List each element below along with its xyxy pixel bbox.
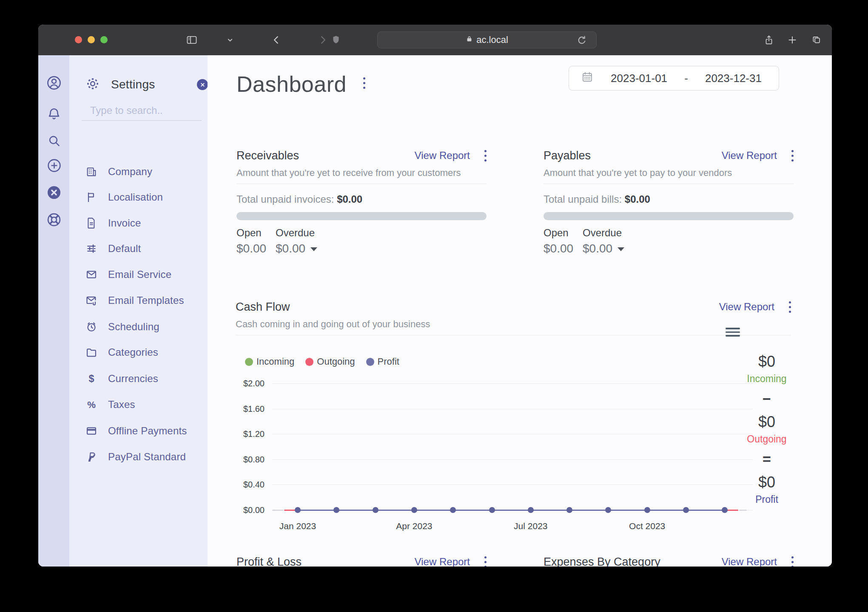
refresh-icon[interactable]: [576, 34, 588, 46]
receivables-kebab-menu[interactable]: [484, 150, 487, 162]
date-separator: -: [684, 72, 688, 85]
settings-item-email-service[interactable]: Email Service: [69, 264, 208, 285]
x-axis-tick-label: Jan 2023: [279, 521, 316, 531]
profit-loss-kebab-menu[interactable]: [484, 556, 487, 567]
settings-item-label: Default: [108, 243, 141, 255]
close-settings-button[interactable]: [197, 79, 208, 90]
chart-menu-icon[interactable]: [726, 324, 740, 340]
cashflow-view-report-link[interactable]: View Report: [719, 301, 774, 313]
settings-item-offline-payments[interactable]: Offline Payments: [69, 420, 208, 442]
date-end[interactable]: 2023-12-31: [688, 72, 779, 85]
payables-overdue-value: $0.00: [583, 242, 612, 255]
summary-profit-label: Profit: [699, 494, 832, 505]
receivables-view-report-link[interactable]: View Report: [415, 150, 470, 162]
minimize-window-button[interactable]: [88, 36, 95, 43]
close-window-button[interactable]: [75, 36, 82, 43]
offline-payments-card-icon: [85, 425, 97, 437]
payables-overdue-label: Overdue: [583, 227, 624, 239]
y-axis-tick-label: $2.00: [236, 379, 265, 388]
support-ring-icon[interactable]: [45, 211, 63, 229]
payables-total-value: $0.00: [625, 193, 650, 205]
share-icon[interactable]: [762, 33, 776, 47]
y-axis-tick-label: $1.60: [236, 404, 265, 414]
search-icon[interactable]: [45, 132, 63, 150]
settings-item-currencies[interactable]: $ Currencies: [69, 368, 208, 389]
payables-subtitle: Amount that you're yet to pay to your ve…: [544, 167, 794, 178]
settings-item-email-templates[interactable]: Email Templates: [69, 290, 208, 311]
cashflow-kebab-menu[interactable]: [789, 301, 791, 313]
minus-operator: −: [699, 391, 832, 407]
svg-text:%: %: [87, 400, 96, 410]
receivables-title: Receivables: [236, 149, 299, 162]
settings-item-company[interactable]: Company: [69, 161, 208, 182]
categories-folder-icon: [85, 346, 97, 358]
expenses-view-report-link[interactable]: View Report: [722, 556, 777, 567]
gear-icon: [85, 76, 100, 93]
url-text: ac.local: [476, 34, 508, 45]
zoom-window-button[interactable]: [100, 36, 108, 43]
settings-item-label: Email Service: [108, 269, 171, 280]
address-bar[interactable]: ac.local: [377, 31, 597, 48]
receivables-subtitle: Amount that you're yet to receive from y…: [236, 167, 487, 178]
summary-incoming-value: $0: [699, 353, 832, 371]
gridline: [272, 484, 753, 485]
tabs-icon[interactable]: [809, 33, 824, 47]
shield-icon[interactable]: [329, 33, 343, 47]
data-point: [722, 507, 728, 513]
browser-window: ac.local: [38, 25, 832, 567]
settings-item-label: PayPal Standard: [108, 451, 186, 463]
data-point: [644, 507, 650, 513]
dashboard-kebab-menu[interactable]: [361, 76, 367, 91]
paypal-icon: [85, 451, 97, 463]
line-end-stub: [739, 510, 747, 511]
new-tab-icon[interactable]: [785, 33, 800, 47]
profile-icon[interactable]: [45, 74, 63, 92]
invoice-document-icon: [85, 217, 97, 229]
chevron-down-icon[interactable]: [618, 247, 624, 251]
chevron-down-icon[interactable]: [310, 247, 317, 251]
notifications-bell-icon[interactable]: [45, 105, 63, 123]
chevron-down-icon[interactable]: [223, 33, 237, 47]
payables-kebab-menu[interactable]: [791, 150, 794, 162]
email-templates-icon: [85, 295, 97, 306]
settings-item-label: Currencies: [108, 373, 158, 385]
payables-view-report-link[interactable]: View Report: [722, 150, 777, 162]
equals-operator: =: [699, 451, 832, 468]
desktop-background: ac.local: [0, 0, 868, 612]
profit-line: [298, 510, 725, 511]
profit-loss-title: Profit & Loss: [236, 555, 302, 567]
settings-item-paypal-standard[interactable]: PayPal Standard: [69, 446, 208, 468]
summary-outgoing-label: Outgoing: [699, 434, 832, 445]
settings-item-scheduling[interactable]: Scheduling: [69, 316, 208, 337]
settings-search-input[interactable]: [82, 103, 202, 121]
y-axis-tick-label: $0.40: [236, 480, 265, 490]
expenses-title: Expenses By Category: [544, 555, 660, 567]
settings-item-taxes[interactable]: % Taxes: [69, 394, 208, 415]
data-point: [489, 507, 495, 513]
close-circle-icon[interactable]: [45, 184, 63, 201]
summary-profit-value: $0: [699, 473, 832, 491]
settings-item-categories[interactable]: Categories: [69, 342, 208, 363]
y-axis-tick-label: $0.80: [236, 455, 265, 465]
settings-item-label: Offline Payments: [108, 425, 187, 437]
add-circle-icon[interactable]: [45, 156, 63, 174]
settings-title: Settings: [111, 78, 155, 91]
data-point: [683, 507, 689, 513]
taxes-percent-icon: %: [85, 399, 97, 411]
settings-item-label: Email Templates: [108, 295, 184, 306]
settings-item-invoice[interactable]: Invoice: [69, 212, 208, 234]
settings-panel: Settings Company Localisation Invoice De…: [69, 55, 208, 567]
sidebar-toggle-icon[interactable]: [185, 33, 199, 47]
settings-item-localisation[interactable]: Localisation: [69, 187, 208, 208]
payables-open-label: Open: [544, 227, 583, 239]
expenses-kebab-menu[interactable]: [791, 556, 794, 567]
profit-loss-view-report-link[interactable]: View Report: [415, 556, 470, 567]
gridline: [272, 459, 753, 460]
payables-title: Payables: [544, 149, 591, 162]
payables-open-value: $0.00: [544, 242, 583, 255]
back-icon[interactable]: [269, 33, 284, 47]
date-start[interactable]: 2023-01-01: [594, 72, 684, 85]
settings-item-default[interactable]: Default: [69, 238, 208, 259]
forward-icon[interactable]: [316, 33, 330, 47]
date-range-picker[interactable]: 2023-01-01 - 2023-12-31: [569, 66, 779, 91]
